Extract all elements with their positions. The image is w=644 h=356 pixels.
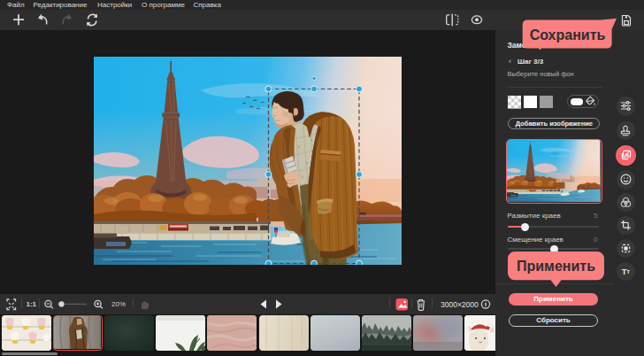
svg-text:Сохранить: Сохранить xyxy=(530,27,606,43)
svg-text:Применить: Применить xyxy=(517,259,595,274)
